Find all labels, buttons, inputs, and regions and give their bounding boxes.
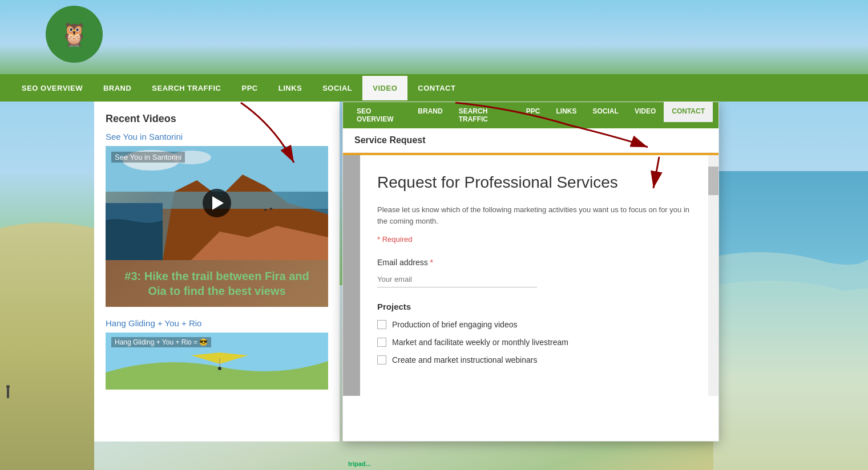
sub-nav-item-social[interactable]: SOCIAL bbox=[585, 100, 627, 130]
sub-nav-link-contact[interactable]: CONTACT bbox=[664, 100, 713, 122]
video-caption: #3: Hike the trail between Fira and Oia … bbox=[106, 260, 328, 307]
sub-nav-link-links[interactable]: LINKS bbox=[548, 100, 585, 122]
main-nav-items: SEO OVERVIEW BRAND SEARCH TRAFFIC PPC LI… bbox=[11, 76, 466, 100]
first-video-thumbnail[interactable]: See You in Santorini bbox=[106, 146, 328, 260]
sub-nav-link-brand[interactable]: BRAND bbox=[410, 100, 450, 122]
nav-link-ppc[interactable]: PPC bbox=[231, 76, 268, 100]
checkbox-3[interactable] bbox=[377, 355, 386, 364]
first-video-link[interactable]: See You in Santorini bbox=[106, 132, 328, 141]
logo-circle[interactable]: 🦉 bbox=[46, 6, 103, 63]
nav-link-search-traffic[interactable]: SEARCH TRAFFIC bbox=[142, 76, 231, 100]
sub-nav-link-search-traffic[interactable]: SEARCH TRAFFIC bbox=[451, 100, 518, 130]
svg-point-20 bbox=[218, 367, 221, 370]
projects-section: Projects Production of brief engaging vi… bbox=[377, 302, 701, 364]
video-caption-text: #3: Hike the trail between Fira and Oia … bbox=[114, 269, 320, 298]
form-content-wrapper: Request for Professional Services Please… bbox=[343, 155, 718, 396]
checkbox-label-2: Market and facilitate weekly or monthly … bbox=[392, 338, 568, 347]
nav-link-seo-overview[interactable]: SEO OVERVIEW bbox=[11, 76, 93, 100]
sub-nav-link-ppc[interactable]: PPC bbox=[518, 100, 548, 122]
first-video-label: See You in Santorini bbox=[111, 152, 185, 163]
sub-nav-item-brand[interactable]: BRAND bbox=[410, 100, 450, 130]
scrollbar-thumb[interactable] bbox=[708, 167, 718, 195]
header-area: 🦉 bbox=[0, 0, 868, 74]
sub-nav-item-search-traffic[interactable]: SEARCH TRAFFIC bbox=[451, 100, 518, 130]
sub-nav-items: SEO OVERVIEW BRAND SEARCH TRAFFIC PPC LI… bbox=[349, 100, 713, 130]
sub-nav-item-links[interactable]: LINKS bbox=[548, 100, 585, 130]
nav-item-brand[interactable]: BRAND bbox=[93, 76, 142, 100]
second-video-thumbnail[interactable]: Hang Gliding + You + Rio = 😎 bbox=[106, 333, 328, 390]
form-area[interactable]: Request for Professional Services Please… bbox=[343, 153, 718, 441]
sub-nav: SEO OVERVIEW BRAND SEARCH TRAFFIC PPC LI… bbox=[343, 102, 718, 128]
nav-item-video[interactable]: VIDEO bbox=[362, 76, 407, 100]
tripadvisor-text: tripad... bbox=[348, 460, 371, 467]
form-title: Request for Professional Services bbox=[377, 172, 701, 193]
tripadvisor-watermark: tripad... bbox=[348, 460, 371, 467]
owl-icon: 🦉 bbox=[60, 21, 88, 48]
recent-videos-title: Recent Videos bbox=[106, 113, 328, 125]
form-description: Please let us know which of the followin… bbox=[377, 204, 701, 226]
form-sidebar-bar bbox=[343, 155, 360, 396]
checkbox-label-1: Production of brief engaging videos bbox=[392, 320, 517, 329]
checkbox-1[interactable] bbox=[377, 320, 386, 329]
sub-nav-item-seo-overview[interactable]: SEO OVERVIEW bbox=[349, 100, 410, 130]
main-nav: SEO OVERVIEW BRAND SEARCH TRAFFIC PPC LI… bbox=[0, 74, 868, 102]
form-main-content: Request for Professional Services Please… bbox=[360, 155, 718, 396]
projects-title: Projects bbox=[377, 302, 701, 311]
nav-link-links[interactable]: LINKS bbox=[268, 76, 313, 100]
sub-nav-link-seo-overview[interactable]: SEO OVERVIEW bbox=[349, 100, 410, 130]
sub-nav-item-ppc[interactable]: PPC bbox=[518, 100, 548, 130]
email-label: Email address * bbox=[377, 258, 701, 267]
play-button[interactable] bbox=[203, 189, 231, 217]
nav-item-social[interactable]: SOCIAL bbox=[312, 76, 362, 100]
content-area: Recent Videos See You in Santorini bbox=[0, 102, 868, 441]
second-video-link[interactable]: Hang Gliding + You + Rio bbox=[106, 318, 328, 328]
service-request-header: Service Request bbox=[343, 128, 718, 153]
sub-nav-item-contact[interactable]: CONTACT bbox=[664, 100, 713, 130]
checkbox-item-2: Market and facilitate weekly or monthly … bbox=[377, 338, 701, 347]
second-video-label: Hang Gliding + You + Rio = 😎 bbox=[111, 337, 211, 347]
nav-item-ppc[interactable]: PPC bbox=[231, 76, 268, 100]
service-request-title: Service Request bbox=[354, 135, 707, 145]
scrollbar[interactable] bbox=[708, 155, 718, 396]
nav-link-brand[interactable]: BRAND bbox=[93, 76, 142, 100]
nav-link-social[interactable]: SOCIAL bbox=[312, 76, 362, 100]
email-field-group: Email address * bbox=[377, 258, 701, 287]
checkbox-item-1: Production of brief engaging videos bbox=[377, 320, 701, 329]
sub-nav-item-video[interactable]: VIDEO bbox=[627, 100, 664, 130]
nav-item-search-traffic[interactable]: SEARCH TRAFFIC bbox=[142, 76, 231, 100]
nav-link-video[interactable]: VIDEO bbox=[362, 76, 407, 100]
nav-item-seo-overview[interactable]: SEO OVERVIEW bbox=[11, 76, 93, 100]
form-required-note: * Required bbox=[377, 235, 701, 244]
email-input[interactable] bbox=[377, 272, 537, 287]
checkbox-2[interactable] bbox=[377, 338, 386, 347]
sub-nav-link-social[interactable]: SOCIAL bbox=[585, 100, 627, 122]
required-star: * bbox=[430, 258, 433, 267]
checkbox-label-3: Create and market instructional webinars bbox=[392, 355, 537, 364]
popup-panel: SEO OVERVIEW BRAND SEARCH TRAFFIC PPC LI… bbox=[342, 102, 719, 441]
nav-link-contact[interactable]: CONTACT bbox=[407, 76, 466, 100]
sub-nav-link-video[interactable]: VIDEO bbox=[627, 100, 664, 122]
nav-item-links[interactable]: LINKS bbox=[268, 76, 313, 100]
recent-videos-panel: Recent Videos See You in Santorini bbox=[94, 102, 340, 441]
nav-item-contact[interactable]: CONTACT bbox=[407, 76, 466, 100]
checkbox-item-3: Create and market instructional webinars bbox=[377, 355, 701, 364]
